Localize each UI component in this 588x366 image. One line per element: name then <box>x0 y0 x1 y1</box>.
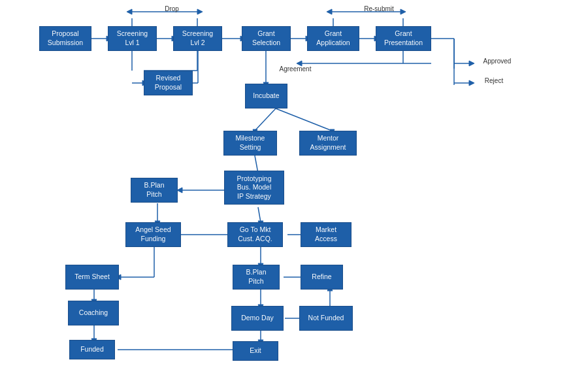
incubate-box: Incubate <box>245 84 287 108</box>
svg-marker-4 <box>327 9 332 14</box>
grant-selection-box: GrantSelection <box>242 26 291 51</box>
re-submit-label: Re-submit <box>353 5 405 12</box>
svg-marker-45 <box>177 188 182 193</box>
coaching-box: Coaching <box>68 301 119 325</box>
prototyping-box: PrototypingBus. ModelIP Strategy <box>224 171 284 205</box>
grant-presentation-box: GrantPresentation <box>376 26 431 51</box>
term-sheet-box: Term Sheet <box>65 265 119 290</box>
drop-label: Drop <box>152 5 191 12</box>
refine-box: Refine <box>301 265 343 290</box>
bplan-pitch-2-box: B.PlanPitch <box>233 265 280 290</box>
svg-line-38 <box>255 108 276 131</box>
diagram-container: Proposal Submission ScreeningLvl 1 Scree… <box>0 0 588 366</box>
market-access-box: MarketAccess <box>301 222 351 247</box>
reject-label: Reject <box>474 77 514 84</box>
bplan-pitch-1-box: B.PlanPitch <box>131 178 178 203</box>
svg-line-40 <box>276 108 332 131</box>
svg-line-46 <box>258 207 261 222</box>
milestone-setting-box: MilestoneSetting <box>223 131 277 156</box>
screening-lvl1-box: ScreeningLvl 1 <box>108 26 157 51</box>
svg-marker-20 <box>469 61 474 66</box>
mentor-assignment-box: MentorAssignment <box>299 131 357 156</box>
svg-marker-1 <box>197 9 203 14</box>
go-to-mkt-box: Go To MktCust. ACQ. <box>227 222 283 247</box>
svg-marker-22 <box>469 80 474 86</box>
approved-label: Approved <box>474 58 520 65</box>
funded-box: Funded <box>69 340 115 359</box>
revised-proposal-box: RevisedProposal <box>144 71 193 95</box>
exit-box: Exit <box>233 341 278 361</box>
demo-day-box: Demo Day <box>231 306 284 331</box>
angel-seed-box: Angel SeedFunding <box>125 222 181 247</box>
agreement-label: Agreement <box>269 65 321 73</box>
svg-marker-2 <box>127 9 132 14</box>
proposal-submission-box: Proposal Submission <box>39 26 91 51</box>
grant-application-box: GrantApplication <box>307 26 359 51</box>
screening-lvl2-box: ScreeningLvl 2 <box>173 26 222 51</box>
not-funded-box: Not Funded <box>299 306 353 331</box>
